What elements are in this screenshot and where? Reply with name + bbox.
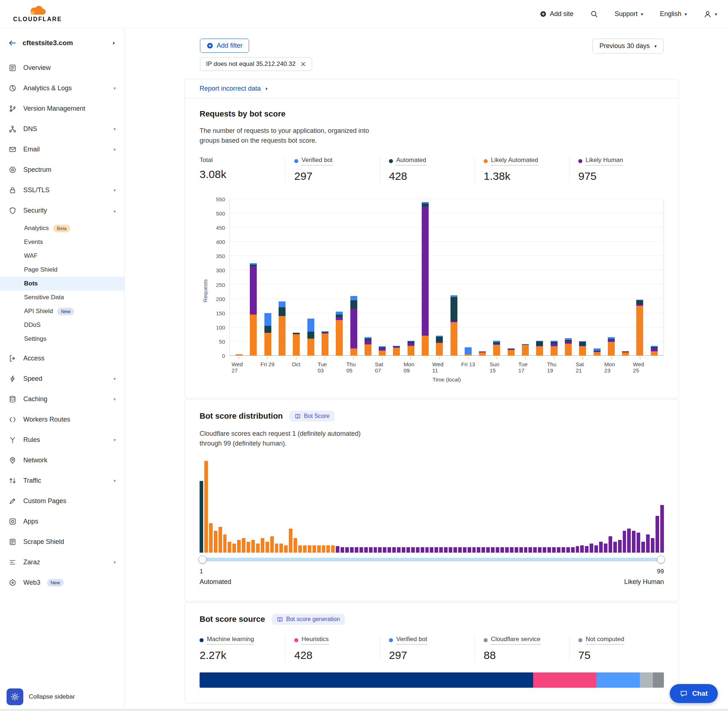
sidebar-item-dns[interactable]: DNS▾ [0, 119, 124, 139]
sidebar-item-apps[interactable]: Apps [0, 511, 124, 531]
x-tick: Sat 21 [576, 357, 590, 373]
report-incorrect-data-link[interactable]: Report incorrect data [199, 85, 269, 93]
sidebar-item-label: Traffic [23, 477, 41, 485]
histogram-bar [317, 545, 321, 553]
chat-button[interactable]: Chat [670, 684, 718, 703]
back-arrow-icon[interactable] [8, 38, 17, 47]
language-menu[interactable]: English ▾ [660, 10, 687, 18]
x-tick [246, 357, 260, 373]
account-menu[interactable]: ▾ [704, 10, 717, 18]
report-incorrect-data-row: Report incorrect data [185, 80, 678, 98]
x-tick-label: Mon 09 [403, 361, 418, 373]
bar-segment-likely-automated [422, 336, 429, 356]
collapse-sidebar[interactable]: Collapse sidebar [0, 683, 124, 711]
bar-slot [633, 299, 647, 356]
histogram-bar [355, 547, 358, 553]
search-button[interactable] [590, 10, 598, 18]
source-card-title: Bot score source [199, 615, 265, 624]
histogram-bar [651, 538, 654, 553]
sidebar-item-bots[interactable]: Bots [0, 277, 124, 291]
chevron-down-icon: ▾ [641, 12, 643, 17]
bot-score-badge[interactable]: Bot Score [289, 411, 335, 422]
stat-label: Likely Human [578, 156, 664, 166]
apps-icon [9, 518, 17, 525]
date-range-dropdown[interactable]: Previous 30 days ▾ [592, 38, 663, 53]
sidebar-item-waf[interactable]: WAF [0, 249, 124, 263]
bot-score-range-slider[interactable] [199, 556, 664, 563]
histogram-bar [444, 547, 447, 553]
cloudflare-logo[interactable]: CLOUDFLARE [11, 6, 62, 22]
source-card: Bot score source Bot score generation Ma… [185, 602, 679, 704]
bar-slot [303, 319, 317, 356]
stat-label-text: Machine learning [207, 636, 254, 645]
chevron-down-icon: ▾ [685, 12, 687, 17]
gear-icon[interactable] [7, 689, 23, 705]
filter-controls: Add filter IP does not equal 35.212.240.… [200, 38, 312, 71]
sidebar-item-email[interactable]: Email▾ [0, 139, 124, 159]
sidebar-item-overview[interactable]: Overview [0, 58, 124, 78]
slider-handle-left[interactable] [198, 556, 207, 563]
sidebar-item-scrape-shield[interactable]: Scrape Shield [0, 531, 124, 552]
sidebar-item-workers-routes[interactable]: Workers Routes [0, 409, 124, 429]
x-tick-label: Sat 21 [576, 361, 590, 373]
slider-handle-right[interactable] [657, 556, 665, 563]
bar-segment-likely-automated [651, 351, 658, 356]
stat-label: Not computed [578, 636, 664, 645]
sidebar-item-custom-pages[interactable]: Custom Pages [0, 491, 124, 511]
sidebar-item-ssl-tls[interactable]: SSL/TLS▾ [0, 180, 124, 200]
sidebar-item-web3[interactable]: Web3New [0, 572, 124, 593]
filter-bar: Add filter IP does not equal 35.212.240.… [185, 38, 679, 71]
bar-segment-automated [350, 300, 357, 309]
histogram-bar [341, 547, 344, 553]
x-tick-label: Wed 27 [232, 361, 246, 373]
bar-segment-likely-human [651, 348, 658, 351]
chevron-right-icon[interactable] [111, 40, 117, 46]
sidebar-item-traffic[interactable]: Traffic▾ [0, 471, 124, 491]
bar-slot [232, 354, 246, 356]
sidebar-item-ddos[interactable]: DDoS [0, 318, 124, 332]
sidebar-item-settings[interactable]: Settings [0, 332, 124, 346]
histogram-bar [416, 547, 419, 553]
source-segment-machine-learning [199, 673, 533, 688]
new-badge: New [47, 579, 64, 587]
distribution-card: Bot score distribution Bot Score Cloudfl… [185, 399, 679, 602]
sidebar-item-sensitive-data[interactable]: Sensitive Data [0, 291, 124, 304]
sidebar-item-spectrum[interactable]: Spectrum [0, 159, 124, 180]
add-filter-button[interactable]: Add filter [200, 38, 249, 53]
stat-verified-bot: Verified bot297 [380, 636, 474, 661]
sidebar-item-events[interactable]: Events [0, 235, 124, 249]
filter-chip[interactable]: IP does not equal 35.212.240.32 ✕ [200, 57, 312, 71]
sidebar-item-api-shield[interactable]: API ShieldNew [0, 304, 124, 318]
x-tick-label: Mon 23 [604, 361, 619, 373]
sidebar-item-network[interactable]: Network [0, 450, 124, 471]
histogram-bar [439, 547, 443, 553]
support-menu[interactable]: Support ▾ [615, 10, 643, 18]
bar-segment-likely-human [350, 309, 357, 348]
stacked-bar [579, 341, 586, 356]
distribution-section: Bot score distribution Bot Score Cloudfl… [185, 400, 678, 601]
stacked-bar [336, 312, 343, 356]
sidebar-item-zaraz[interactable]: Zaraz▾ [0, 552, 124, 572]
slider-track[interactable] [199, 558, 664, 561]
histogram-bar [232, 544, 236, 553]
close-icon[interactable]: ✕ [300, 61, 306, 68]
chevron-down-icon: ▾ [113, 126, 116, 132]
sidebar-item-caching[interactable]: Caching▾ [0, 389, 124, 409]
histogram-bar [336, 546, 340, 553]
add-site-button[interactable]: Add site [540, 10, 574, 18]
bot-score-generation-badge[interactable]: Bot score generation [272, 614, 345, 625]
x-tick-label: Fri 29 [260, 361, 274, 367]
sidebar-item-version-management[interactable]: Version Management [0, 98, 124, 119]
horizontal-scrollbar[interactable] [0, 709, 728, 711]
sidebar-item-page-shield[interactable]: Page Shield [0, 263, 124, 277]
sidebar-item-speed[interactable]: Speed▾ [0, 369, 124, 389]
histogram-bar [313, 545, 316, 553]
sidebar-item-rules[interactable]: Rules▾ [0, 429, 124, 450]
bar-slot [289, 333, 303, 356]
tick-mark [296, 357, 297, 359]
stacked-bar [651, 346, 658, 356]
sidebar-item-access[interactable]: Access [0, 348, 124, 369]
sidebar-item-security[interactable]: Security▴ [0, 200, 124, 221]
sidebar-item-analytics[interactable]: AnalyticsBeta [0, 221, 124, 235]
sidebar-item-analytics-logs[interactable]: Analytics & Logs▾ [0, 78, 124, 98]
